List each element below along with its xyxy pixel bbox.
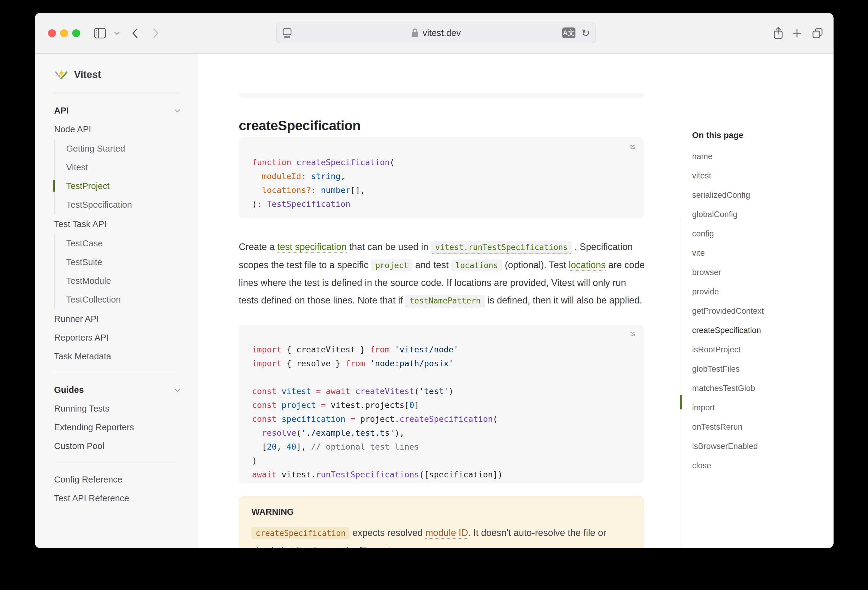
sidebar-nested-group: TestCaseTestSuiteTestModuleTestCollectio… [54, 234, 198, 309]
sidebar-toggle-icon[interactable] [94, 28, 106, 39]
description-paragraph: Create a test specification that can be … [239, 238, 645, 309]
code-line: moduleId: string, [252, 169, 630, 183]
inline-code[interactable]: testNamePattern [405, 295, 485, 308]
toc-item-name[interactable]: name [692, 147, 834, 166]
toc-item-import[interactable]: import [692, 398, 834, 417]
sidebar-item-test-task-api[interactable]: Test Task API [54, 215, 198, 233]
sidebar-item-config-reference[interactable]: Config Reference [54, 470, 198, 489]
code-language-badge: ts [630, 330, 635, 338]
chevron-down-icon [174, 109, 180, 113]
toc-item-globalconfig[interactable]: globalConfig [692, 205, 834, 224]
sidebar-item-test-api-reference[interactable]: Test API Reference [54, 489, 198, 508]
chevron-down-icon [174, 388, 180, 392]
toc-item-close[interactable]: close [692, 456, 834, 475]
inline-code: locations [451, 259, 502, 271]
body-text: is defined, then it will also be applied… [485, 295, 642, 306]
toc-item-isbrowserenabled[interactable]: isBrowserEnabled [692, 437, 834, 456]
forward-button[interactable] [152, 27, 160, 39]
toc-item-vitest[interactable]: vitest [692, 166, 834, 185]
sidebar-group-api[interactable]: API [54, 101, 198, 120]
code-line [252, 371, 630, 384]
code-line: import { resolve } from 'node:path/posix… [252, 357, 630, 371]
browser-window: vitest.dev A文 ↻ [35, 13, 834, 548]
toc-item-browser[interactable]: browser [692, 263, 834, 282]
toc-rail [681, 219, 681, 548]
share-icon[interactable] [773, 27, 783, 40]
code-line: const specification = project.createSpec… [252, 412, 630, 426]
inline-code: project [371, 259, 413, 271]
back-button[interactable] [131, 27, 139, 39]
sidebar-divider [54, 94, 179, 94]
warning-body: createSpecification expects resolved mod… [251, 524, 631, 548]
sidebar-item-node-api[interactable]: Node API [54, 120, 198, 138]
inline-link[interactable]: locations [569, 260, 606, 271]
sidebar-group-label: API [54, 106, 69, 116]
toc-item-ontestsrerun[interactable]: onTestsRerun [692, 417, 834, 437]
page-title: createSpecification [239, 118, 360, 134]
inline-code[interactable]: vitest.runTestSpecifications [431, 241, 572, 254]
toc-item-serializedconfig[interactable]: serializedConfig [692, 185, 834, 205]
sidebar-group-guides[interactable]: Guides [54, 380, 198, 399]
code-line: function createSpecification( [252, 156, 630, 169]
toc-items: namevitestserializedConfigglobalConfigco… [692, 147, 834, 475]
sidebar-item-task-metadata[interactable]: Task Metadata [54, 347, 198, 366]
sidebar-item-vitest[interactable]: Vitest [66, 158, 198, 177]
inline-code: createSpecification [251, 527, 350, 539]
site-title: Vitest [74, 69, 101, 80]
new-tab-icon[interactable] [792, 28, 802, 38]
warning-callout: WARNING createSpecification expects reso… [239, 496, 644, 548]
code-line: const vitest = await createVitest('test'… [252, 384, 630, 398]
body-text: and test [413, 260, 451, 270]
inline-link[interactable]: module ID [425, 528, 468, 539]
code-line: locations?: number[], [252, 183, 630, 197]
code-line: const project = vitest.projects[0] [252, 398, 630, 412]
sidebar-sections: APINode APIGetting StartedVitestTestProj… [54, 101, 198, 508]
lock-icon [411, 28, 419, 38]
toolbar-chevron-down-icon[interactable] [114, 31, 120, 35]
site-logo[interactable]: Vitest [54, 63, 198, 86]
sidebar-item-testcase[interactable]: TestCase [66, 234, 198, 253]
sidebar-item-extending-reporters[interactable]: Extending Reporters [54, 418, 198, 437]
sidebar-item-testproject[interactable]: TestProject [66, 177, 198, 195]
code-line: ): TestSpecification [252, 197, 630, 211]
inline-link[interactable]: test specification [278, 241, 347, 253]
address-bar[interactable]: vitest.dev A文 ↻ [276, 23, 596, 43]
sidebar-group-label: Guides [54, 385, 84, 395]
toc-item-getprovidedcontext[interactable]: getProvidedContext [692, 301, 834, 321]
sidebar-item-testsuite[interactable]: TestSuite [66, 253, 198, 271]
toc-item-globtestfiles[interactable]: globTestFiles [692, 359, 834, 379]
code-line: await vitest.runTestSpecifications([spec… [252, 468, 630, 482]
example-code-block: ts import { createVitest } from 'vitest/… [239, 325, 644, 483]
signature-code-block: ts function createSpecification( moduleI… [239, 137, 644, 218]
code-lines: function createSpecification( moduleId: … [252, 156, 630, 211]
sidebar-item-custom-pool[interactable]: Custom Pool [54, 437, 198, 455]
sidebar-item-runner-api[interactable]: Runner API [54, 309, 198, 328]
code-language-badge: ts [630, 143, 635, 151]
zoom-window-button[interactable] [72, 29, 80, 37]
toc-item-matchestestglob[interactable]: matchesTestGlob [692, 379, 834, 398]
sidebar-divider [54, 373, 179, 373]
sidebar-item-testmodule[interactable]: TestModule [66, 271, 198, 290]
sidebar-item-running-tests[interactable]: Running Tests [54, 399, 198, 418]
close-window-button[interactable] [48, 29, 56, 37]
toc-item-provide[interactable]: provide [692, 282, 834, 301]
code-line: resolve('./example.test.ts'), [252, 426, 630, 440]
toc-item-isrootproject[interactable]: isRootProject [692, 340, 834, 359]
vitest-logo-icon [54, 67, 69, 82]
toc-active-marker [680, 395, 682, 409]
toc-item-config[interactable]: config [692, 224, 834, 243]
toc-item-createspecification[interactable]: createSpecification [692, 321, 834, 340]
toc-title: On this page [692, 131, 834, 140]
sidebar-nested-group: Getting StartedVitestTestProjectTestSpec… [54, 139, 198, 214]
sidebar-item-reporters-api[interactable]: Reporters API [54, 328, 198, 347]
sidebar-item-testspecification[interactable]: TestSpecification [66, 195, 198, 214]
reload-icon[interactable]: ↻ [582, 27, 590, 39]
minimize-window-button[interactable] [60, 29, 68, 37]
sidebar-item-testcollection[interactable]: TestCollection [66, 290, 198, 309]
toc-item-vite[interactable]: vite [692, 243, 834, 263]
tab-overview-icon[interactable] [812, 28, 823, 39]
body-text: that can be used in [347, 241, 431, 252]
sidebar-item-getting started[interactable]: Getting Started [66, 139, 198, 158]
page-translate-icon[interactable]: A文 [562, 28, 576, 38]
url-text: vitest.dev [422, 28, 461, 38]
